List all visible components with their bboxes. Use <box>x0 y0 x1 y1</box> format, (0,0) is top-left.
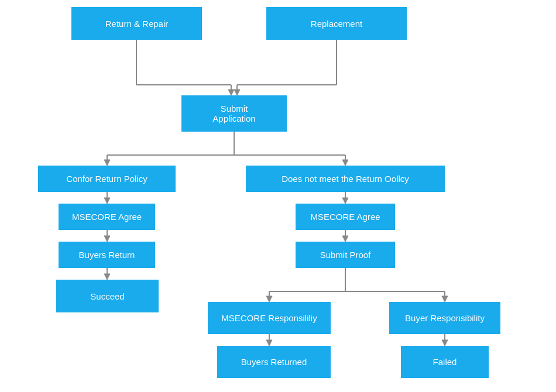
replacement-node: Replacement <box>266 7 407 40</box>
submit-application-label: Submit Application <box>212 104 255 123</box>
msecore-agree-right-label: MSECORE Agree <box>310 212 380 222</box>
msecore-responsibility-label: MSECORE Responsililiy <box>221 313 317 323</box>
svg-marker-28 <box>266 296 272 302</box>
svg-marker-7 <box>234 90 240 95</box>
buyer-responsibility-node: Buyer Responsibility <box>389 302 500 334</box>
msecore-agree-left-node: MSECORE Agree <box>59 204 155 230</box>
buyers-returned-label: Buyers Returned <box>241 357 307 367</box>
confor-return-label: Confor Return Policy <box>66 174 147 184</box>
svg-marker-11 <box>104 160 110 166</box>
submit-proof-node: Submit Proof <box>296 242 395 268</box>
svg-marker-24 <box>342 236 348 242</box>
does-not-meet-node: Does not meet the Return Oollcy <box>246 166 445 192</box>
replacement-label: Replacement <box>311 19 362 29</box>
svg-marker-22 <box>342 198 348 204</box>
return-repair-node: Return & Repair <box>71 7 202 40</box>
msecore-agree-left-label: MSECORE Agree <box>72 212 142 222</box>
failed-label: Failed <box>433 357 457 367</box>
submit-application-node: Submit Application <box>181 95 287 132</box>
svg-marker-16 <box>104 198 110 204</box>
succeed-label: Succeed <box>90 291 124 301</box>
svg-marker-18 <box>104 236 110 242</box>
buyer-responsibility-label: Buyer Responsibility <box>405 313 485 323</box>
svg-marker-14 <box>342 160 348 166</box>
confor-return-node: Confor Return Policy <box>38 166 176 192</box>
succeed-node: Succeed <box>56 280 159 312</box>
svg-marker-33 <box>266 340 272 346</box>
buyers-return-node: Buyers Return <box>59 242 155 268</box>
svg-marker-35 <box>442 340 448 346</box>
failed-node: Failed <box>401 346 489 378</box>
svg-marker-3 <box>228 90 234 95</box>
svg-marker-20 <box>104 274 110 280</box>
buyers-return-label: Buyers Return <box>79 250 135 260</box>
buyers-returned-node: Buyers Returned <box>217 346 331 378</box>
submit-proof-label: Submit Proof <box>320 250 371 260</box>
msecore-responsibility-node: MSECORE Responsililiy <box>208 302 331 334</box>
flowchart: Return & Repair Replacement Submit Appli… <box>0 0 556 392</box>
msecore-agree-right-node: MSECORE Agree <box>296 204 395 230</box>
return-repair-label: Return & Repair <box>105 19 169 29</box>
does-not-meet-label: Does not meet the Return Oollcy <box>282 174 409 184</box>
svg-marker-31 <box>442 296 448 302</box>
